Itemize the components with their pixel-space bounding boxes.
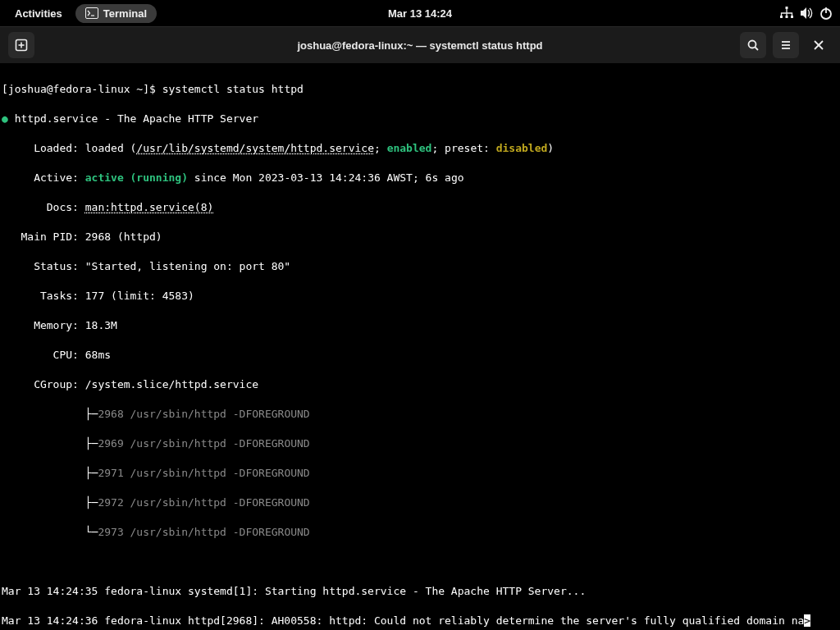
terminal-icon xyxy=(85,7,98,19)
close-button[interactable] xyxy=(806,32,832,58)
active-state: active (running) xyxy=(85,171,188,184)
svg-line-12 xyxy=(756,48,759,51)
command-text: systemctl status httpd xyxy=(162,83,304,95)
process-entry: 2968 /usr/sbin/httpd -DFOREGROUND xyxy=(98,408,309,420)
window-titlebar: joshua@fedora-linux:~ — systemctl status… xyxy=(0,26,840,64)
active-since: since Mon 2023-03-13 14:24:36 AWST; 6s a… xyxy=(188,171,464,184)
search-button[interactable] xyxy=(740,32,766,58)
svg-rect-4 xyxy=(786,16,788,18)
svg-rect-5 xyxy=(791,16,793,18)
process-entry: 2973 /usr/sbin/httpd -DFOREGROUND xyxy=(98,526,309,538)
cpu-line: CPU: 68ms xyxy=(2,348,838,363)
active-app-indicator[interactable]: Terminal xyxy=(75,4,157,23)
window-title: joshua@fedora-linux:~ — systemctl status… xyxy=(297,39,542,52)
svg-point-11 xyxy=(749,41,756,48)
docs-link: man:httpd.service(8) xyxy=(85,201,214,213)
volume-icon[interactable] xyxy=(799,6,814,21)
loaded-label: Loaded: xyxy=(2,142,85,154)
journal-log-line: Mar 13 14:24:36 fedora-linux httpd[2968]… xyxy=(2,614,804,627)
tasks-line: Tasks: 177 (limit: 4583) xyxy=(2,289,838,304)
enabled-state: enabled xyxy=(387,142,432,154)
status-dot-icon xyxy=(2,112,8,125)
memory-line: Memory: 18.3M xyxy=(2,318,838,333)
main-pid-line: Main PID: 2968 (httpd) xyxy=(2,230,838,244)
terminal-output[interactable]: [joshua@fedora-linux ~]$ systemctl statu… xyxy=(0,64,840,630)
clock[interactable]: Mar 13 14:24 xyxy=(388,7,452,20)
journal-log-line: Mar 13 14:24:35 fedora-linux systemd[1]:… xyxy=(2,584,838,599)
prompt: [joshua@fedora-linux ~]$ xyxy=(2,83,162,95)
cgroup-line: CGroup: /system.slice/httpd.service xyxy=(2,377,838,392)
line-truncation-indicator: > xyxy=(804,614,810,627)
active-app-label: Terminal xyxy=(103,7,147,20)
gnome-topbar: Activities Terminal Mar 13 14:24 xyxy=(0,0,840,26)
docs-label: Docs: xyxy=(2,201,85,213)
process-entry: 2971 /usr/sbin/httpd -DFOREGROUND xyxy=(98,467,309,479)
activities-button[interactable]: Activities xyxy=(7,4,71,23)
service-line: httpd.service - The Apache HTTP Server xyxy=(15,112,258,125)
process-entry: 2969 /usr/sbin/httpd -DFOREGROUND xyxy=(98,437,309,450)
status-line: Status: "Started, listening on: port 80" xyxy=(2,259,838,274)
unit-file-path: /usr/lib/systemd/system/httpd.service xyxy=(136,142,374,154)
hamburger-menu-button[interactable] xyxy=(773,32,799,58)
process-entry: 2972 /usr/sbin/httpd -DFOREGROUND xyxy=(98,496,309,509)
svg-rect-2 xyxy=(786,7,788,9)
svg-rect-0 xyxy=(85,8,98,19)
preset-state: disabled xyxy=(496,142,548,154)
active-label: Active: xyxy=(2,171,85,184)
new-tab-button[interactable] xyxy=(8,32,34,58)
power-icon[interactable] xyxy=(819,6,833,21)
svg-rect-3 xyxy=(780,16,783,18)
network-icon[interactable] xyxy=(779,6,794,21)
